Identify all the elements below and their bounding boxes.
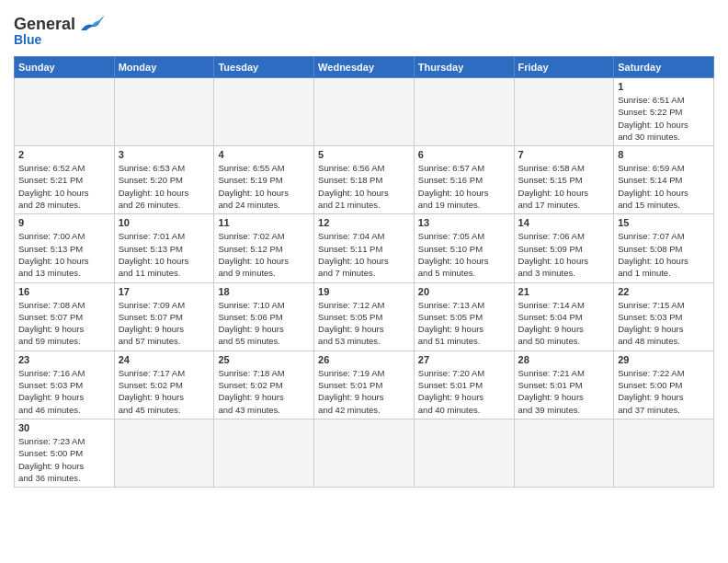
- table-row: 24Sunrise: 7:17 AM Sunset: 5:02 PM Dayli…: [114, 350, 214, 419]
- day-number: 26: [318, 354, 410, 365]
- table-row: 12Sunrise: 7:04 AM Sunset: 5:11 PM Dayli…: [314, 214, 415, 282]
- day-info: Sunrise: 7:10 AM Sunset: 5:06 PM Dayligh…: [218, 299, 310, 348]
- day-number: 21: [518, 286, 610, 297]
- day-number: 1: [618, 81, 710, 92]
- col-tuesday: Tuesday: [214, 57, 314, 78]
- day-info: Sunrise: 7:02 AM Sunset: 5:12 PM Dayligh…: [218, 230, 310, 279]
- day-info: Sunrise: 6:59 AM Sunset: 5:14 PM Dayligh…: [618, 162, 710, 211]
- day-info: Sunrise: 7:09 AM Sunset: 5:07 PM Dayligh…: [119, 299, 210, 348]
- day-number: 5: [318, 149, 410, 160]
- day-info: Sunrise: 6:53 AM Sunset: 5:20 PM Dayligh…: [119, 162, 210, 211]
- table-row: 20Sunrise: 7:13 AM Sunset: 5:05 PM Dayli…: [414, 282, 514, 350]
- day-number: 28: [518, 354, 610, 365]
- day-number: 20: [418, 286, 510, 297]
- day-info: Sunrise: 7:13 AM Sunset: 5:05 PM Dayligh…: [418, 299, 510, 348]
- day-info: Sunrise: 7:17 AM Sunset: 5:02 PM Dayligh…: [119, 367, 210, 416]
- table-row: 11Sunrise: 7:02 AM Sunset: 5:12 PM Dayli…: [214, 214, 314, 282]
- logo: General Blue: [14, 14, 105, 47]
- calendar-header-row: Sunday Monday Tuesday Wednesday Thursday…: [15, 57, 714, 78]
- table-row: 21Sunrise: 7:14 AM Sunset: 5:04 PM Dayli…: [514, 282, 614, 350]
- table-row: [15, 78, 115, 146]
- day-number: 16: [18, 286, 110, 297]
- day-info: Sunrise: 7:22 AM Sunset: 5:00 PM Dayligh…: [618, 367, 710, 416]
- col-thursday: Thursday: [414, 57, 514, 78]
- logo-bird-icon: [79, 14, 105, 34]
- day-number: 3: [119, 149, 210, 160]
- day-info: Sunrise: 7:01 AM Sunset: 5:13 PM Dayligh…: [119, 230, 210, 279]
- day-number: 17: [119, 286, 210, 297]
- table-row: 22Sunrise: 7:15 AM Sunset: 5:03 PM Dayli…: [614, 282, 714, 350]
- table-row: [414, 78, 514, 146]
- table-row: 17Sunrise: 7:09 AM Sunset: 5:07 PM Dayli…: [114, 282, 214, 350]
- day-info: Sunrise: 7:05 AM Sunset: 5:10 PM Dayligh…: [418, 230, 510, 279]
- table-row: 2Sunrise: 6:52 AM Sunset: 5:21 PM Daylig…: [15, 146, 115, 214]
- table-row: 13Sunrise: 7:05 AM Sunset: 5:10 PM Dayli…: [414, 214, 514, 282]
- table-row: [114, 78, 214, 146]
- day-number: 23: [18, 354, 110, 365]
- calendar-table: Sunday Monday Tuesday Wednesday Thursday…: [14, 56, 714, 488]
- day-number: 30: [18, 422, 110, 433]
- day-info: Sunrise: 7:14 AM Sunset: 5:04 PM Dayligh…: [518, 299, 610, 348]
- day-number: 4: [218, 149, 310, 160]
- day-number: 18: [218, 286, 310, 297]
- day-info: Sunrise: 6:51 AM Sunset: 5:22 PM Dayligh…: [618, 94, 710, 143]
- day-info: Sunrise: 6:56 AM Sunset: 5:18 PM Dayligh…: [318, 162, 410, 211]
- table-row: [514, 78, 614, 146]
- day-info: Sunrise: 7:20 AM Sunset: 5:01 PM Dayligh…: [418, 367, 510, 416]
- day-info: Sunrise: 7:15 AM Sunset: 5:03 PM Dayligh…: [618, 299, 710, 348]
- header: General Blue: [14, 14, 714, 47]
- day-info: Sunrise: 7:19 AM Sunset: 5:01 PM Dayligh…: [318, 367, 410, 416]
- day-number: 11: [218, 217, 310, 228]
- table-row: [514, 419, 614, 487]
- page: General Blue Sunday Monday Tuesday Wedne…: [0, 0, 728, 563]
- table-row: 19Sunrise: 7:12 AM Sunset: 5:05 PM Dayli…: [314, 282, 415, 350]
- calendar-row-4: 23Sunrise: 7:16 AM Sunset: 5:03 PM Dayli…: [15, 350, 714, 419]
- table-row: 29Sunrise: 7:22 AM Sunset: 5:00 PM Dayli…: [614, 350, 714, 419]
- table-row: 3Sunrise: 6:53 AM Sunset: 5:20 PM Daylig…: [114, 146, 214, 214]
- day-number: 9: [18, 217, 110, 228]
- day-info: Sunrise: 7:00 AM Sunset: 5:13 PM Dayligh…: [18, 230, 110, 279]
- day-number: 24: [119, 354, 210, 365]
- table-row: 7Sunrise: 6:58 AM Sunset: 5:15 PM Daylig…: [514, 146, 614, 214]
- day-number: 2: [18, 149, 110, 160]
- col-wednesday: Wednesday: [314, 57, 415, 78]
- day-number: 25: [218, 354, 310, 365]
- day-number: 13: [418, 217, 510, 228]
- col-friday: Friday: [514, 57, 614, 78]
- day-info: Sunrise: 7:21 AM Sunset: 5:01 PM Dayligh…: [518, 367, 610, 416]
- table-row: 14Sunrise: 7:06 AM Sunset: 5:09 PM Dayli…: [514, 214, 614, 282]
- col-saturday: Saturday: [614, 57, 714, 78]
- table-row: 23Sunrise: 7:16 AM Sunset: 5:03 PM Dayli…: [15, 350, 115, 419]
- table-row: [114, 419, 214, 487]
- day-info: Sunrise: 6:55 AM Sunset: 5:19 PM Dayligh…: [218, 162, 310, 211]
- table-row: 6Sunrise: 6:57 AM Sunset: 5:16 PM Daylig…: [414, 146, 514, 214]
- table-row: 26Sunrise: 7:19 AM Sunset: 5:01 PM Dayli…: [314, 350, 415, 419]
- calendar-row-1: 2Sunrise: 6:52 AM Sunset: 5:21 PM Daylig…: [15, 146, 714, 214]
- table-row: 16Sunrise: 7:08 AM Sunset: 5:07 PM Dayli…: [15, 282, 115, 350]
- table-row: 25Sunrise: 7:18 AM Sunset: 5:02 PM Dayli…: [214, 350, 314, 419]
- day-info: Sunrise: 7:07 AM Sunset: 5:08 PM Dayligh…: [618, 230, 710, 279]
- day-info: Sunrise: 7:04 AM Sunset: 5:11 PM Dayligh…: [318, 230, 410, 279]
- table-row: [414, 419, 514, 487]
- calendar-row-5: 30Sunrise: 7:23 AM Sunset: 5:00 PM Dayli…: [15, 419, 714, 487]
- table-row: [214, 78, 314, 146]
- day-number: 27: [418, 354, 510, 365]
- logo-general-text: General: [14, 15, 75, 34]
- table-row: 15Sunrise: 7:07 AM Sunset: 5:08 PM Dayli…: [614, 214, 714, 282]
- calendar-row-2: 9Sunrise: 7:00 AM Sunset: 5:13 PM Daylig…: [15, 214, 714, 282]
- day-info: Sunrise: 7:18 AM Sunset: 5:02 PM Dayligh…: [218, 367, 310, 416]
- table-row: [314, 78, 415, 146]
- day-info: Sunrise: 7:06 AM Sunset: 5:09 PM Dayligh…: [518, 230, 610, 279]
- day-number: 12: [318, 217, 410, 228]
- day-info: Sunrise: 7:16 AM Sunset: 5:03 PM Dayligh…: [18, 367, 110, 416]
- day-number: 6: [418, 149, 510, 160]
- table-row: 18Sunrise: 7:10 AM Sunset: 5:06 PM Dayli…: [214, 282, 314, 350]
- table-row: [314, 419, 415, 487]
- table-row: [214, 419, 314, 487]
- table-row: 10Sunrise: 7:01 AM Sunset: 5:13 PM Dayli…: [114, 214, 214, 282]
- day-info: Sunrise: 7:12 AM Sunset: 5:05 PM Dayligh…: [318, 299, 410, 348]
- col-sunday: Sunday: [15, 57, 115, 78]
- day-number: 7: [518, 149, 610, 160]
- calendar-row-0: 1Sunrise: 6:51 AM Sunset: 5:22 PM Daylig…: [15, 78, 714, 146]
- day-info: Sunrise: 6:57 AM Sunset: 5:16 PM Dayligh…: [418, 162, 510, 211]
